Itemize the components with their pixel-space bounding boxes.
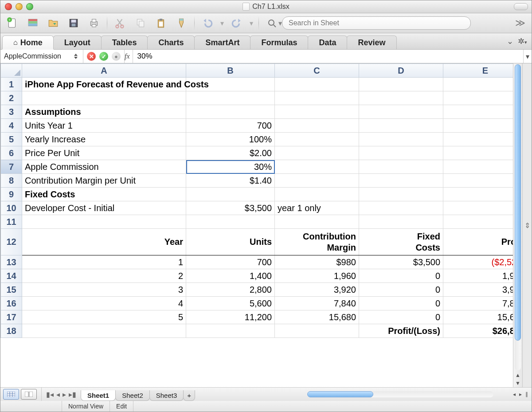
cell-B9[interactable] <box>186 188 275 201</box>
row-header-16[interactable]: 16 <box>1 297 22 310</box>
cell-E5[interactable] <box>443 133 513 146</box>
formula-bar-expand-icon[interactable]: ▾ <box>523 50 532 63</box>
cell-A14[interactable]: 2 <box>22 269 186 283</box>
cell-D6[interactable] <box>359 146 443 160</box>
cell-D15[interactable]: 0 <box>359 283 443 297</box>
cell-E16[interactable]: 7,840 <box>443 297 513 310</box>
settings-gear-icon[interactable]: ✲▾ <box>518 36 527 46</box>
cell-E9[interactable] <box>443 188 513 201</box>
row-header-10[interactable]: 10 <box>1 201 22 215</box>
select-all-corner[interactable] <box>1 64 22 78</box>
cell-C6[interactable] <box>275 146 359 160</box>
ribbon-tab-smartart[interactable]: SmartArt <box>194 35 250 49</box>
row-header-1[interactable]: 1 <box>1 78 22 91</box>
cell-E6[interactable] <box>443 146 513 160</box>
cell-E12[interactable]: Profit <box>443 229 513 255</box>
normal-view-button[interactable] <box>3 389 19 400</box>
search-input[interactable] <box>282 16 471 30</box>
cell-C12[interactable]: ContributionMargin <box>275 229 359 255</box>
cell-D16[interactable]: 0 <box>359 297 443 310</box>
cell-E2[interactable] <box>443 91 513 105</box>
cell-A13[interactable]: 1 <box>22 255 186 269</box>
cell-B14[interactable]: 1,400 <box>186 269 275 283</box>
cell-D2[interactable] <box>359 91 443 105</box>
cell-D5[interactable] <box>359 133 443 146</box>
cell-A4[interactable]: Units Year 1 <box>22 119 186 133</box>
sheet-tab-sheet1[interactable]: Sheet1 <box>81 390 116 401</box>
cell-D9[interactable] <box>359 188 443 201</box>
ribbon-tab-layout[interactable]: Layout <box>53 35 102 49</box>
format-painter-button[interactable] <box>174 16 189 31</box>
cell-A7[interactable]: Apple Commission <box>22 160 186 174</box>
ribbon-tab-tables[interactable]: Tables <box>101 35 148 49</box>
cell-E4[interactable] <box>443 119 513 133</box>
spreadsheet-grid[interactable]: ABCDE1iPhone App Forecast of Revenue and… <box>0 63 513 338</box>
cell-C10[interactable]: year 1 only <box>275 201 359 215</box>
cell-D4[interactable] <box>359 119 443 133</box>
col-header-C[interactable]: C <box>275 64 359 78</box>
templates-button[interactable] <box>25 16 40 31</box>
ribbon-tab-home[interactable]: ⌂Home <box>2 35 54 49</box>
cell-B16[interactable]: 5,600 <box>186 297 275 310</box>
cell-C18[interactable] <box>275 324 359 338</box>
cell-E17[interactable]: 15,680 <box>443 310 513 324</box>
cell-A15[interactable]: 3 <box>22 283 186 297</box>
cell-B6[interactable]: $2.00 <box>186 146 275 160</box>
row-header-14[interactable]: 14 <box>1 269 22 283</box>
cell-C7[interactable] <box>275 160 359 174</box>
cancel-edit-button[interactable]: ✕ <box>87 52 96 61</box>
cell-B5[interactable]: 100% <box>186 133 275 146</box>
horizontal-scrollbar[interactable]: ◂▸∥ <box>195 388 532 401</box>
row-header-9[interactable]: 9 <box>1 188 22 201</box>
ribbon-tab-formulas[interactable]: Formulas <box>250 35 308 49</box>
col-header-E[interactable]: E <box>443 64 513 78</box>
cell-E13[interactable]: ($2,520) <box>443 255 513 269</box>
row-header-11[interactable]: 11 <box>1 215 22 229</box>
cell-D12[interactable]: FixedCosts <box>359 229 443 255</box>
cell-E11[interactable] <box>443 215 513 229</box>
cell-D11[interactable] <box>359 215 443 229</box>
row-header-5[interactable]: 5 <box>1 133 22 146</box>
cell-D1[interactable] <box>359 78 443 91</box>
cell-A3[interactable]: Assumptions <box>22 105 186 119</box>
name-box-stepper[interactable] <box>72 54 79 59</box>
row-header-6[interactable]: 6 <box>1 146 22 160</box>
ribbon-collapse-button[interactable]: ⌄ <box>507 36 513 46</box>
col-header-D[interactable]: D <box>359 64 443 78</box>
cell-A5[interactable]: Yearly Increase <box>22 133 186 146</box>
cell-C8[interactable] <box>275 174 359 188</box>
cell-E14[interactable]: 1,960 <box>443 269 513 283</box>
cell-E1[interactable] <box>443 78 513 91</box>
cell-D13[interactable]: $3,500 <box>359 255 443 269</box>
row-header-13[interactable]: 13 <box>1 255 22 269</box>
col-header-B[interactable]: B <box>186 64 275 78</box>
print-button[interactable] <box>86 16 102 31</box>
open-button[interactable] <box>46 16 61 31</box>
cell-B11[interactable] <box>186 215 275 229</box>
cell-B17[interactable]: 11,200 <box>186 310 275 324</box>
cell-A16[interactable]: 4 <box>22 297 186 310</box>
sheet-tab-sheet3[interactable]: Sheet3 <box>149 390 184 401</box>
row-header-4[interactable]: 4 <box>1 119 22 133</box>
row-header-8[interactable]: 8 <box>1 174 22 188</box>
sheet-nav-arrows[interactable]: ▮◂◂▸▸▮ <box>42 388 81 401</box>
cell-B7[interactable]: 30% <box>186 160 275 174</box>
cell-D10[interactable] <box>359 201 443 215</box>
cell-C15[interactable]: 3,920 <box>275 283 359 297</box>
cell-D17[interactable]: 0 <box>359 310 443 324</box>
cell-E7[interactable] <box>443 160 513 174</box>
cell-C9[interactable] <box>275 188 359 201</box>
row-header-7[interactable]: 7 <box>1 160 22 174</box>
row-header-17[interactable]: 17 <box>1 310 22 324</box>
cell-A12[interactable]: Year <box>22 229 186 255</box>
cut-button[interactable] <box>113 16 128 31</box>
cell-A1[interactable]: iPhone App Forecast of Revenue and Costs <box>22 78 186 91</box>
cell-B2[interactable] <box>186 91 275 105</box>
new-file-button[interactable]: + <box>5 16 20 31</box>
cell-D7[interactable] <box>359 160 443 174</box>
cell-B4[interactable]: 700 <box>186 119 275 133</box>
cell-C13[interactable]: $980 <box>275 255 359 269</box>
cell-A18[interactable] <box>22 324 186 338</box>
cell-A17[interactable]: 5 <box>22 310 186 324</box>
cell-E8[interactable] <box>443 174 513 188</box>
